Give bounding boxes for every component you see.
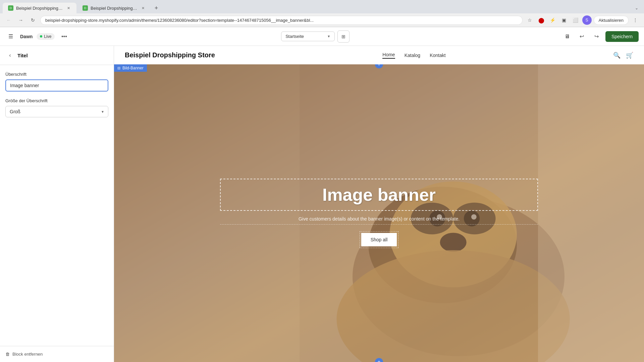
more-icon: •••: [61, 34, 67, 40]
profile-initial: S: [586, 18, 588, 22]
banner-label-text: Bild-Banner: [122, 66, 144, 70]
store-preview: Beispiel Dropshipping Store Home Katalog…: [114, 46, 644, 362]
sidebar-footer: 🗑 Block entfernen: [0, 346, 114, 362]
reload-icon: ↻: [31, 17, 35, 23]
opera-icon[interactable]: ⬤: [537, 15, 546, 25]
sidebar-content: Überschrift Größe der Überschrift Klein …: [0, 65, 114, 346]
shopify-editor: ☰ Dawn Live ••• Startseite ▼ ⊞: [0, 27, 644, 362]
nav-item-home[interactable]: Home: [382, 52, 395, 59]
banner-grid-icon: ⊟: [117, 66, 120, 70]
sidebar-header: ‹ Titel: [0, 46, 114, 65]
tab-end: ⌄: [632, 3, 641, 13]
address-icons: ☆ ⬤ ⚡ ▣ ⬜ S Aktualisieren ⋮: [525, 15, 640, 25]
grid-icon: ⊞: [341, 34, 345, 39]
store-name: Dawn: [20, 34, 33, 39]
tab-label-2: Beispiel Dropshipping Store · ...: [91, 6, 138, 11]
nav-item-kontakt[interactable]: Kontakt: [430, 53, 445, 58]
store-topbar: Beispiel Dropshipping Store Home Katalog…: [114, 46, 644, 64]
address-bar-row: ← → ↻ ☆ ⬤ ⚡ ▣ ⬜ S Aktualisieren ⋮: [0, 13, 644, 27]
search-action-icon[interactable]: 🔍: [613, 52, 621, 59]
extensions-icon[interactable]: ⚡: [548, 15, 557, 25]
more-options-button[interactable]: •••: [59, 31, 69, 42]
screenshot-icon[interactable]: ⬜: [571, 15, 580, 25]
uberschrift-input[interactable]: [5, 79, 108, 92]
tab-2[interactable]: D Beispiel Dropshipping Store · ... ✕: [77, 3, 151, 13]
redo-icon: ↪: [594, 33, 599, 40]
uberschrift-section: Überschrift: [5, 72, 108, 92]
grosse-select[interactable]: Klein Mittel Groß Sehr groß: [5, 106, 108, 117]
update-button[interactable]: Aktualisieren: [594, 16, 629, 25]
shop-btn-wrapper: Shop all: [360, 231, 399, 248]
banner-title-box: Image banner: [220, 179, 538, 211]
sidebar-back-button[interactable]: ‹: [5, 51, 15, 60]
plus-top-icon: +: [377, 64, 380, 67]
nav-item-katalog[interactable]: Katalog: [405, 53, 420, 58]
remove-block-button[interactable]: 🗑 Block entfernen: [5, 352, 108, 357]
address-input[interactable]: [40, 16, 523, 25]
store-nav: Home Katalog Kontakt: [382, 52, 445, 59]
forward-icon: →: [18, 17, 23, 23]
preview-frame: Beispiel Dropshipping Store Home Katalog…: [114, 46, 644, 362]
banner-title: Image banner: [231, 185, 527, 205]
tab-active[interactable]: D Beispiel Dropshipping Store · D... ✕: [3, 3, 76, 13]
editor-back-button[interactable]: ☰: [5, 31, 16, 42]
desktop-view-button[interactable]: 🖥: [561, 31, 573, 43]
banner-subtitle: Give customers details about the banner …: [220, 216, 538, 225]
section-grid-button[interactable]: ⊞: [337, 31, 350, 43]
page-dropdown[interactable]: Startseite ▼: [281, 32, 335, 41]
page-dropdown-chevron: ▼: [327, 35, 330, 38]
save-button[interactable]: Speichern: [605, 31, 639, 42]
live-badge: Live: [37, 33, 55, 40]
wallet-icon[interactable]: ▣: [559, 15, 569, 25]
undo-icon: ↩: [580, 33, 584, 40]
trash-icon: 🗑: [5, 352, 10, 357]
banner-content: Image banner Give customers details abou…: [220, 179, 538, 248]
live-label: Live: [44, 34, 51, 39]
tab-favicon-2: D: [83, 5, 88, 11]
forward-button[interactable]: →: [16, 15, 25, 25]
shop-all-button[interactable]: Shop all: [361, 233, 397, 246]
header-right: 🖥 ↩ ↪ Speichern: [561, 31, 639, 43]
uberschrift-label: Überschrift: [5, 72, 108, 77]
tab-label-1: Beispiel Dropshipping Store · D...: [16, 6, 63, 11]
editor-body: ‹ Titel Überschrift Größe der Überschrif…: [0, 46, 644, 362]
editor-header: ☰ Dawn Live ••• Startseite ▼ ⊞: [0, 27, 644, 46]
grosse-label: Größe der Überschrift: [5, 98, 108, 103]
tab-bar: D Beispiel Dropshipping Store · D... ✕ D…: [0, 0, 644, 13]
banner-label: ⊟ Bild-Banner: [114, 64, 147, 72]
back-button[interactable]: ←: [4, 15, 13, 25]
page-selector: Startseite ▼ ⊞: [281, 31, 350, 43]
more-menu-icon[interactable]: ⋮: [631, 15, 640, 25]
tab-dropdown-button[interactable]: ⌄: [632, 3, 641, 13]
reload-button[interactable]: ↻: [28, 15, 38, 25]
grosse-section: Größe der Überschrift Klein Mittel Groß …: [5, 98, 108, 117]
preview-area: Beispiel Dropshipping Store Home Katalog…: [114, 46, 644, 362]
editor-back-icon: ☰: [8, 33, 13, 40]
tab-favicon-1: D: [8, 5, 13, 11]
cart-action-icon[interactable]: 🛒: [626, 52, 633, 59]
tab-close-1[interactable]: ✕: [66, 5, 71, 11]
profile-icon[interactable]: S: [582, 15, 592, 25]
page-dropdown-label: Startseite: [285, 34, 304, 39]
store-actions: 🔍 🛒: [613, 52, 633, 59]
banner-overlay: Image banner Give customers details abou…: [114, 64, 644, 362]
store-logo: Beispiel Dropshipping Store: [125, 51, 215, 59]
sidebar: ‹ Titel Überschrift Größe der Überschrif…: [0, 46, 114, 362]
sidebar-title: Titel: [17, 53, 28, 58]
browser-window: D Beispiel Dropshipping Store · D... ✕ D…: [0, 0, 644, 362]
grosse-select-wrapper: Klein Mittel Groß Sehr groß: [5, 106, 108, 117]
plus-bottom-icon: +: [377, 359, 380, 362]
banner-section: ⊟ Bild-Banner: [114, 64, 644, 362]
bookmark-icon[interactable]: ☆: [525, 15, 535, 25]
remove-block-label: Block entfernen: [12, 352, 43, 357]
new-tab-button[interactable]: +: [152, 3, 161, 13]
tab-close-2[interactable]: ✕: [140, 5, 146, 11]
undo-button[interactable]: ↩: [576, 31, 588, 43]
redo-button[interactable]: ↪: [591, 31, 603, 43]
back-icon: ←: [6, 17, 11, 23]
live-dot: [40, 35, 42, 38]
sidebar-back-icon: ‹: [9, 52, 11, 58]
desktop-icon: 🖥: [565, 34, 570, 40]
